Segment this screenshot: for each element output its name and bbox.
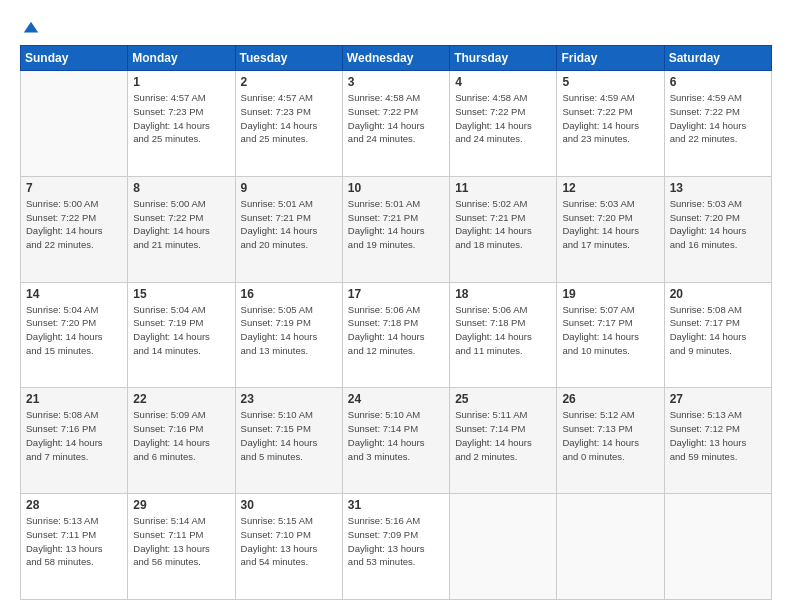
day-number: 28	[26, 498, 122, 512]
day-info: Sunrise: 5:10 AM Sunset: 7:14 PM Dayligh…	[348, 408, 444, 463]
day-info: Sunrise: 4:57 AM Sunset: 7:23 PM Dayligh…	[241, 91, 337, 146]
calendar-cell: 2Sunrise: 4:57 AM Sunset: 7:23 PM Daylig…	[235, 71, 342, 177]
calendar-cell: 1Sunrise: 4:57 AM Sunset: 7:23 PM Daylig…	[128, 71, 235, 177]
calendar-cell: 28Sunrise: 5:13 AM Sunset: 7:11 PM Dayli…	[21, 494, 128, 600]
day-info: Sunrise: 4:59 AM Sunset: 7:22 PM Dayligh…	[562, 91, 658, 146]
day-info: Sunrise: 5:15 AM Sunset: 7:10 PM Dayligh…	[241, 514, 337, 569]
day-number: 9	[241, 181, 337, 195]
day-info: Sunrise: 5:06 AM Sunset: 7:18 PM Dayligh…	[348, 303, 444, 358]
day-number: 22	[133, 392, 229, 406]
day-number: 30	[241, 498, 337, 512]
logo	[20, 18, 40, 35]
day-number: 13	[670, 181, 766, 195]
day-number: 21	[26, 392, 122, 406]
day-number: 11	[455, 181, 551, 195]
calendar: SundayMondayTuesdayWednesdayThursdayFrid…	[20, 45, 772, 600]
logo-text	[20, 18, 40, 39]
calendar-cell: 15Sunrise: 5:04 AM Sunset: 7:19 PM Dayli…	[128, 282, 235, 388]
calendar-cell	[450, 494, 557, 600]
day-number: 1	[133, 75, 229, 89]
week-row-3: 14Sunrise: 5:04 AM Sunset: 7:20 PM Dayli…	[21, 282, 772, 388]
day-info: Sunrise: 5:03 AM Sunset: 7:20 PM Dayligh…	[670, 197, 766, 252]
day-number: 31	[348, 498, 444, 512]
day-info: Sunrise: 5:16 AM Sunset: 7:09 PM Dayligh…	[348, 514, 444, 569]
day-number: 12	[562, 181, 658, 195]
calendar-cell: 12Sunrise: 5:03 AM Sunset: 7:20 PM Dayli…	[557, 176, 664, 282]
day-info: Sunrise: 5:04 AM Sunset: 7:20 PM Dayligh…	[26, 303, 122, 358]
day-number: 20	[670, 287, 766, 301]
day-number: 25	[455, 392, 551, 406]
day-number: 5	[562, 75, 658, 89]
calendar-cell: 20Sunrise: 5:08 AM Sunset: 7:17 PM Dayli…	[664, 282, 771, 388]
calendar-cell: 30Sunrise: 5:15 AM Sunset: 7:10 PM Dayli…	[235, 494, 342, 600]
day-info: Sunrise: 5:00 AM Sunset: 7:22 PM Dayligh…	[26, 197, 122, 252]
calendar-cell: 6Sunrise: 4:59 AM Sunset: 7:22 PM Daylig…	[664, 71, 771, 177]
calendar-cell: 11Sunrise: 5:02 AM Sunset: 7:21 PM Dayli…	[450, 176, 557, 282]
svg-marker-0	[24, 21, 38, 32]
day-info: Sunrise: 5:03 AM Sunset: 7:20 PM Dayligh…	[562, 197, 658, 252]
day-info: Sunrise: 5:01 AM Sunset: 7:21 PM Dayligh…	[348, 197, 444, 252]
day-number: 14	[26, 287, 122, 301]
weekday-saturday: Saturday	[664, 46, 771, 71]
weekday-header-row: SundayMondayTuesdayWednesdayThursdayFrid…	[21, 46, 772, 71]
day-number: 7	[26, 181, 122, 195]
page: SundayMondayTuesdayWednesdayThursdayFrid…	[0, 0, 792, 612]
day-info: Sunrise: 5:05 AM Sunset: 7:19 PM Dayligh…	[241, 303, 337, 358]
day-info: Sunrise: 5:04 AM Sunset: 7:19 PM Dayligh…	[133, 303, 229, 358]
day-info: Sunrise: 4:57 AM Sunset: 7:23 PM Dayligh…	[133, 91, 229, 146]
calendar-cell: 3Sunrise: 4:58 AM Sunset: 7:22 PM Daylig…	[342, 71, 449, 177]
day-number: 17	[348, 287, 444, 301]
day-info: Sunrise: 5:13 AM Sunset: 7:12 PM Dayligh…	[670, 408, 766, 463]
calendar-cell: 29Sunrise: 5:14 AM Sunset: 7:11 PM Dayli…	[128, 494, 235, 600]
calendar-cell: 13Sunrise: 5:03 AM Sunset: 7:20 PM Dayli…	[664, 176, 771, 282]
day-number: 19	[562, 287, 658, 301]
weekday-monday: Monday	[128, 46, 235, 71]
calendar-cell: 4Sunrise: 4:58 AM Sunset: 7:22 PM Daylig…	[450, 71, 557, 177]
week-row-2: 7Sunrise: 5:00 AM Sunset: 7:22 PM Daylig…	[21, 176, 772, 282]
calendar-cell: 21Sunrise: 5:08 AM Sunset: 7:16 PM Dayli…	[21, 388, 128, 494]
day-number: 6	[670, 75, 766, 89]
day-info: Sunrise: 4:58 AM Sunset: 7:22 PM Dayligh…	[455, 91, 551, 146]
day-info: Sunrise: 5:10 AM Sunset: 7:15 PM Dayligh…	[241, 408, 337, 463]
calendar-cell: 27Sunrise: 5:13 AM Sunset: 7:12 PM Dayli…	[664, 388, 771, 494]
day-info: Sunrise: 5:13 AM Sunset: 7:11 PM Dayligh…	[26, 514, 122, 569]
calendar-cell	[557, 494, 664, 600]
calendar-cell: 19Sunrise: 5:07 AM Sunset: 7:17 PM Dayli…	[557, 282, 664, 388]
day-number: 29	[133, 498, 229, 512]
day-info: Sunrise: 5:08 AM Sunset: 7:17 PM Dayligh…	[670, 303, 766, 358]
calendar-cell: 18Sunrise: 5:06 AM Sunset: 7:18 PM Dayli…	[450, 282, 557, 388]
calendar-cell	[664, 494, 771, 600]
day-number: 4	[455, 75, 551, 89]
weekday-sunday: Sunday	[21, 46, 128, 71]
day-number: 16	[241, 287, 337, 301]
weekday-wednesday: Wednesday	[342, 46, 449, 71]
day-number: 15	[133, 287, 229, 301]
calendar-cell: 10Sunrise: 5:01 AM Sunset: 7:21 PM Dayli…	[342, 176, 449, 282]
calendar-cell: 22Sunrise: 5:09 AM Sunset: 7:16 PM Dayli…	[128, 388, 235, 494]
calendar-cell: 31Sunrise: 5:16 AM Sunset: 7:09 PM Dayli…	[342, 494, 449, 600]
day-number: 18	[455, 287, 551, 301]
calendar-cell: 23Sunrise: 5:10 AM Sunset: 7:15 PM Dayli…	[235, 388, 342, 494]
day-number: 3	[348, 75, 444, 89]
calendar-cell: 14Sunrise: 5:04 AM Sunset: 7:20 PM Dayli…	[21, 282, 128, 388]
day-number: 24	[348, 392, 444, 406]
day-info: Sunrise: 5:09 AM Sunset: 7:16 PM Dayligh…	[133, 408, 229, 463]
day-info: Sunrise: 5:07 AM Sunset: 7:17 PM Dayligh…	[562, 303, 658, 358]
day-info: Sunrise: 5:02 AM Sunset: 7:21 PM Dayligh…	[455, 197, 551, 252]
week-row-5: 28Sunrise: 5:13 AM Sunset: 7:11 PM Dayli…	[21, 494, 772, 600]
day-number: 2	[241, 75, 337, 89]
calendar-cell: 25Sunrise: 5:11 AM Sunset: 7:14 PM Dayli…	[450, 388, 557, 494]
day-info: Sunrise: 5:11 AM Sunset: 7:14 PM Dayligh…	[455, 408, 551, 463]
day-info: Sunrise: 5:08 AM Sunset: 7:16 PM Dayligh…	[26, 408, 122, 463]
day-info: Sunrise: 5:06 AM Sunset: 7:18 PM Dayligh…	[455, 303, 551, 358]
calendar-cell: 8Sunrise: 5:00 AM Sunset: 7:22 PM Daylig…	[128, 176, 235, 282]
day-number: 27	[670, 392, 766, 406]
calendar-cell: 5Sunrise: 4:59 AM Sunset: 7:22 PM Daylig…	[557, 71, 664, 177]
calendar-cell: 16Sunrise: 5:05 AM Sunset: 7:19 PM Dayli…	[235, 282, 342, 388]
day-info: Sunrise: 4:58 AM Sunset: 7:22 PM Dayligh…	[348, 91, 444, 146]
calendar-cell: 24Sunrise: 5:10 AM Sunset: 7:14 PM Dayli…	[342, 388, 449, 494]
logo-icon	[22, 20, 40, 38]
weekday-friday: Friday	[557, 46, 664, 71]
week-row-1: 1Sunrise: 4:57 AM Sunset: 7:23 PM Daylig…	[21, 71, 772, 177]
day-info: Sunrise: 5:01 AM Sunset: 7:21 PM Dayligh…	[241, 197, 337, 252]
